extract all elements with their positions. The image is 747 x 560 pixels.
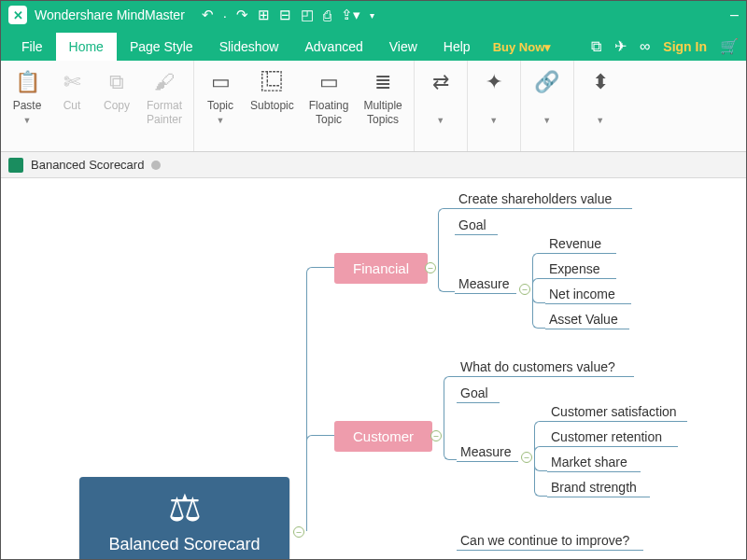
save-icon[interactable]: ◰ xyxy=(301,7,314,23)
connector xyxy=(545,329,629,329)
node-text[interactable]: Measure xyxy=(458,276,509,291)
modified-indicator-icon xyxy=(151,161,161,170)
new-icon[interactable]: ⊞ xyxy=(258,7,270,23)
node-text[interactable]: Goal xyxy=(458,217,486,232)
send-icon[interactable]: ✈ xyxy=(614,37,627,55)
tab-advanced[interactable]: Advanced xyxy=(291,33,375,61)
ribbon-group-topics: ▭ Topic ▼ ⿺ Subtopic ▭ Floating Topic ≣ … xyxy=(194,61,415,151)
node-text[interactable]: Create shareholders value xyxy=(458,191,612,206)
layout-button[interactable]: ⬍ ▼ xyxy=(578,66,623,147)
tab-page-style[interactable]: Page Style xyxy=(117,33,206,61)
node-text[interactable]: Revenue xyxy=(549,236,601,251)
tab-view[interactable]: View xyxy=(376,33,430,61)
node-root-label: Balanced Scorecard xyxy=(79,535,289,554)
connector xyxy=(438,208,455,269)
node-text[interactable]: Expense xyxy=(549,261,599,276)
floating-topic-button[interactable]: ▭ Floating Topic xyxy=(302,66,357,147)
document-name[interactable]: Bananced Scorecard xyxy=(31,158,144,172)
minimize-icon[interactable]: – xyxy=(730,7,739,23)
format-painter-button[interactable]: 🖌 Format Painter xyxy=(139,66,190,147)
cut-label: Cut xyxy=(63,99,81,113)
expander-icon[interactable]: – xyxy=(521,452,532,463)
chevron-down-icon: ▼ xyxy=(489,116,498,126)
export-icon[interactable]: ⇪▾ xyxy=(341,7,360,23)
node-text[interactable]: Measure xyxy=(460,444,511,459)
copy-button[interactable]: ⧉ Copy xyxy=(94,66,139,147)
tab-home[interactable]: Home xyxy=(56,33,117,61)
tab-file[interactable]: File xyxy=(8,33,56,61)
connector xyxy=(457,402,500,403)
chevron-down-icon: ▼ xyxy=(596,116,604,126)
tab-slideshow[interactable]: Slideshow xyxy=(206,33,292,61)
node-text[interactable]: Can we continue to improve? xyxy=(460,533,629,548)
relation-button[interactable]: ⇄ ▼ xyxy=(418,66,463,147)
multiple-topics-button[interactable]: ≣ Multiple Topics xyxy=(356,66,409,147)
node-customer[interactable]: Customer xyxy=(334,421,432,452)
app-title: Wondershare MindMaster xyxy=(35,7,185,22)
multiple-topics-icon: ≣ xyxy=(374,68,391,96)
format-painter-label: Format Painter xyxy=(147,99,182,127)
open-icon[interactable]: ⊟ xyxy=(279,7,291,23)
cart-icon[interactable]: 🛒 xyxy=(720,37,739,55)
node-text[interactable]: Market share xyxy=(551,455,627,469)
node-financial[interactable]: Financial xyxy=(334,253,428,284)
node-text[interactable]: Brand strength xyxy=(551,480,637,495)
ribbon-group-clipboard: 📋 Paste ▼ ✄ Cut ⧉ Copy 🖌 Format Painter xyxy=(1,61,194,151)
node-text[interactable]: Customer satisfaction xyxy=(551,404,677,419)
expander-icon[interactable]: – xyxy=(293,526,304,538)
expander-icon[interactable]: – xyxy=(519,284,530,295)
ribbon-group-layout: ⬍ ▼ xyxy=(574,61,627,151)
connector xyxy=(534,458,547,497)
connector xyxy=(545,278,616,279)
tab-help[interactable]: Help xyxy=(430,33,484,61)
subtopic-button[interactable]: ⿺ Subtopic xyxy=(243,66,302,147)
connector xyxy=(457,550,643,551)
redo-icon[interactable]: ↷ xyxy=(236,7,248,23)
connector xyxy=(532,290,545,329)
ribbon-group-link: 🔗 ▼ xyxy=(521,61,574,151)
connector xyxy=(438,269,455,292)
undo-icon[interactable]: ↶ xyxy=(202,7,214,23)
link-button[interactable]: 🔗 ▼ xyxy=(525,66,570,147)
paste-button[interactable]: 📋 Paste ▼ xyxy=(5,66,49,147)
node-customer-label: Customer xyxy=(353,428,414,444)
node-root[interactable]: ⚖ Balanced Scorecard xyxy=(79,477,289,559)
relation-icon: ⇄ xyxy=(432,68,449,96)
connector xyxy=(547,421,687,422)
cut-button[interactable]: ✄ Cut xyxy=(49,66,94,147)
topic-label: Topic xyxy=(207,99,233,113)
qat-sep: · xyxy=(223,7,227,23)
mindmap-canvas[interactable]: ⚖ Balanced Scorecard – Financial – Creat… xyxy=(1,178,746,559)
connector xyxy=(306,435,334,531)
connector xyxy=(455,234,498,235)
capture-icon[interactable]: ⧉ xyxy=(591,38,601,55)
copy-label: Copy xyxy=(104,99,130,113)
node-text[interactable]: Asset Value xyxy=(549,312,618,327)
qat-more-icon[interactable]: ▾ xyxy=(370,10,374,21)
node-text[interactable]: What do customers value? xyxy=(460,359,615,374)
node-text[interactable]: Customer retention xyxy=(551,429,662,444)
share-icon[interactable]: ∞ xyxy=(640,38,650,55)
mark-icon: ✦ xyxy=(486,68,502,96)
sign-in-button[interactable]: Sign In xyxy=(663,39,707,54)
layout-icon: ⬍ xyxy=(592,68,609,96)
node-text[interactable]: Goal xyxy=(460,385,488,400)
subtopic-label: Subtopic xyxy=(250,99,294,113)
document-tab-bar: Bananced Scorecard xyxy=(1,152,746,178)
paste-icon: 📋 xyxy=(15,68,40,96)
expander-icon[interactable]: – xyxy=(430,430,442,441)
chevron-down-icon: ▼ xyxy=(436,116,444,126)
topic-button[interactable]: ▭ Topic ▼ xyxy=(198,66,243,147)
buy-now-button[interactable]: Buy Now▾ xyxy=(484,34,561,61)
ribbon-group-relation: ⇄ ▼ xyxy=(415,61,468,151)
title-bar: ✕ Wondershare MindMaster ↶ · ↷ ⊞ ⊟ ◰ ⎙ ⇪… xyxy=(1,1,746,29)
mark-button[interactable]: ✦ ▼ xyxy=(472,66,516,147)
connector xyxy=(444,437,457,460)
expander-icon[interactable]: – xyxy=(425,262,436,273)
quick-access-toolbar: ↶ · ↷ ⊞ ⊟ ◰ ⎙ ⇪▾ ▾ xyxy=(202,7,374,23)
paste-label: Paste xyxy=(13,99,42,113)
print-icon[interactable]: ⎙ xyxy=(323,7,331,23)
node-text[interactable]: Net income xyxy=(549,287,615,301)
connector xyxy=(545,253,616,254)
copy-icon: ⧉ xyxy=(109,68,124,96)
